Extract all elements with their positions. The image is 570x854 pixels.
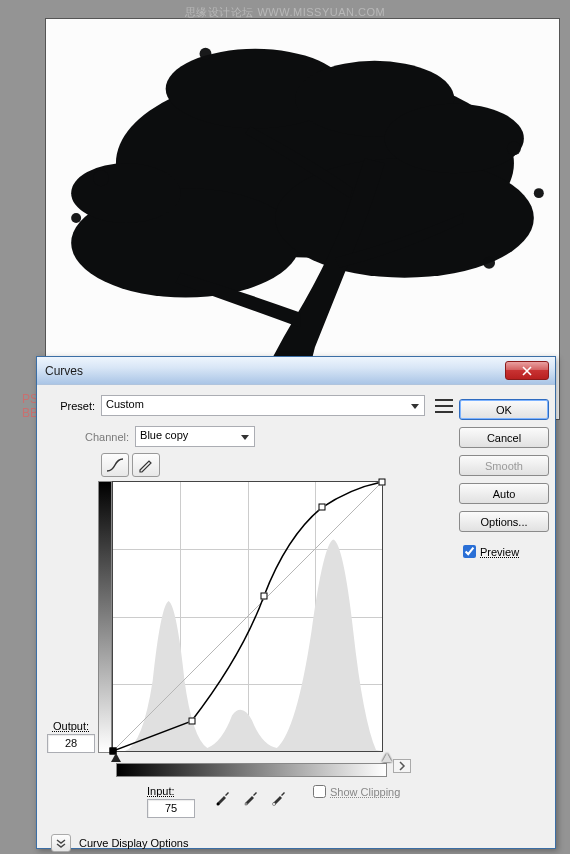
svg-point-8	[93, 170, 109, 186]
smooth-button[interactable]: Smooth	[459, 455, 549, 476]
svg-point-16	[217, 803, 220, 806]
chevron-down-double-icon	[56, 838, 66, 848]
cancel-button[interactable]: Cancel	[459, 427, 549, 448]
horizontal-gradient	[116, 763, 387, 777]
ok-button[interactable]: OK	[459, 399, 549, 420]
output-input[interactable]: 28	[47, 734, 95, 753]
channel-dropdown[interactable]: Blue copy	[135, 426, 255, 447]
pencil-tool-button[interactable]	[132, 453, 160, 477]
svg-point-9	[507, 141, 521, 155]
svg-point-6	[385, 104, 524, 174]
input-slider[interactable]	[116, 755, 387, 761]
curve-line	[113, 482, 382, 751]
show-clipping-label: Show Clipping	[330, 786, 400, 798]
vertical-gradient	[98, 481, 112, 753]
black-point-eyedropper[interactable]	[211, 785, 235, 809]
options-button[interactable]: Options...	[459, 511, 549, 532]
curve-point[interactable]	[260, 593, 267, 600]
curve-point[interactable]	[318, 504, 325, 511]
close-button[interactable]	[505, 361, 549, 380]
svg-point-17	[245, 803, 248, 806]
dialog-titlebar[interactable]: Curves	[37, 357, 555, 385]
svg-point-11	[71, 213, 81, 223]
input-input[interactable]: 75	[147, 799, 195, 818]
dialog-title: Curves	[45, 364, 505, 378]
svg-point-3	[275, 158, 534, 277]
chevron-right-icon	[398, 761, 406, 771]
preset-menu-icon[interactable]	[435, 399, 453, 413]
svg-point-18	[273, 803, 276, 806]
svg-point-7	[71, 163, 180, 223]
auto-button[interactable]: Auto	[459, 483, 549, 504]
svg-line-15	[113, 482, 382, 751]
eyedropper-icon	[214, 788, 232, 806]
expand-right-button[interactable]	[393, 759, 411, 773]
svg-point-10	[483, 257, 495, 269]
curve-point[interactable]	[189, 718, 196, 725]
input-label: Input:	[147, 785, 195, 797]
eyedropper-icon	[270, 788, 288, 806]
pencil-icon	[137, 457, 155, 473]
preset-label: Preset:	[47, 400, 95, 412]
gray-point-eyedropper[interactable]	[239, 785, 263, 809]
svg-point-13	[200, 48, 212, 60]
curves-graph[interactable]	[112, 481, 383, 752]
channel-label: Channel:	[85, 431, 129, 443]
svg-point-12	[534, 188, 544, 198]
curve-tool-icon	[106, 457, 124, 473]
output-label: Output:	[53, 720, 89, 732]
white-point-eyedropper[interactable]	[267, 785, 291, 809]
curve-tool-button[interactable]	[101, 453, 129, 477]
curves-dialog: Curves Preset: Custom Channel: Blue copy	[36, 356, 556, 849]
preview-checkbox[interactable]	[463, 545, 476, 558]
preview-label: Preview	[480, 546, 519, 558]
curve-display-toggle[interactable]	[51, 834, 71, 852]
curve-display-options-label: Curve Display Options	[79, 837, 188, 849]
eyedropper-icon	[242, 788, 260, 806]
curve-point[interactable]	[379, 479, 386, 486]
preset-dropdown[interactable]: Custom	[101, 395, 425, 416]
show-clipping-checkbox[interactable]	[313, 785, 326, 798]
close-icon	[522, 366, 532, 376]
